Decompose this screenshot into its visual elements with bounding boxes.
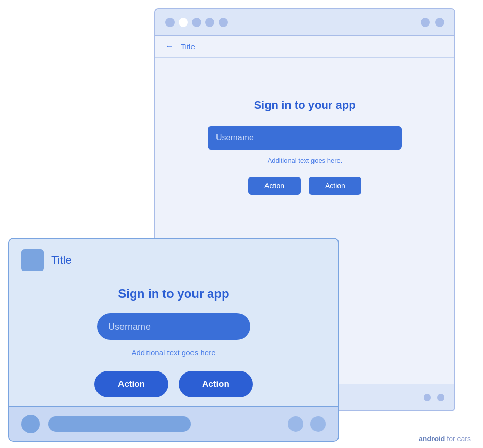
phone-nav-title: Title [181, 42, 195, 51]
phone-actions: Action Action [248, 177, 361, 195]
car-content: Sign in to your app Username Additional … [9, 282, 338, 408]
status-dot-1 [165, 18, 175, 27]
car-logo-icon [21, 249, 44, 271]
phone-username-field[interactable]: Username [208, 126, 402, 150]
car-bottom-circle-sm-1 [288, 416, 303, 432]
car-bottom-circle-sm-2 [310, 416, 326, 432]
car-action-button-1[interactable]: Action [94, 371, 168, 397]
status-dot-5 [219, 18, 228, 27]
phone-additional-text: Additional text goes here. [268, 157, 343, 164]
android-label-bold: android [419, 435, 445, 443]
phone-status-left [165, 18, 228, 27]
car-actions: Action Action [94, 371, 253, 397]
android-label-rest: for cars [445, 435, 471, 443]
car-bottom-circle-icon [21, 415, 40, 433]
phone-status-bar [155, 9, 454, 36]
android-for-cars-label: android for cars [419, 435, 471, 443]
car-header: Title [9, 239, 338, 282]
phone-action-button-1[interactable]: Action [248, 177, 301, 195]
phone-username-placeholder: Username [216, 133, 254, 142]
car-action-button-2[interactable]: Action [179, 371, 253, 397]
status-dot-right-2 [435, 18, 444, 27]
car-additional-text: Additional text goes here [131, 348, 215, 357]
phone-action-button-2[interactable]: Action [309, 177, 361, 195]
phone-nav-bar: ← Title [155, 36, 454, 58]
status-dot-4 [205, 18, 214, 27]
car-title: Title [51, 254, 72, 267]
phone-bottom-dot-1 [424, 394, 431, 401]
car-bottom-right [288, 416, 326, 432]
car-bottom-bar [9, 406, 338, 441]
car-username-field[interactable]: Username [97, 313, 250, 340]
phone-status-right [421, 18, 444, 27]
phone-content: Sign in to your app Username Additional … [155, 58, 454, 215]
status-dot-2 [179, 18, 188, 27]
status-dot-3 [192, 18, 201, 27]
phone-bottom-dot-2 [437, 394, 444, 401]
car-sign-in-title: Sign in to your app [118, 287, 229, 301]
car-bottom-pill [48, 416, 191, 432]
back-arrow-icon[interactable]: ← [165, 42, 174, 51]
status-dot-right-1 [421, 18, 430, 27]
car-username-placeholder: Username [108, 321, 151, 332]
phone-sign-in-title: Sign in to your app [254, 98, 355, 112]
car-mockup: Title Sign in to your app Username Addit… [8, 238, 339, 442]
